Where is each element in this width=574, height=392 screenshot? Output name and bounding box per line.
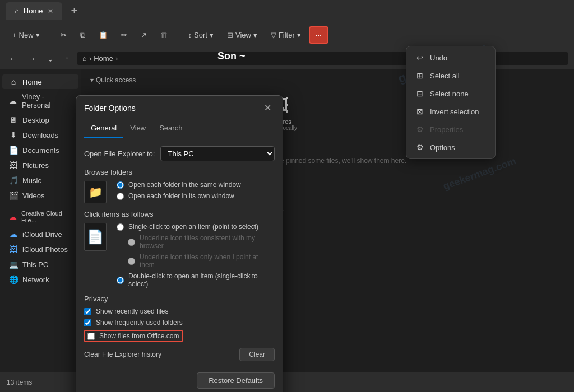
browse-same-radio[interactable] [117,181,124,189]
click-double-radio[interactable] [117,277,124,284]
privacy-office-files[interactable]: Show files from Office.com [87,332,179,340]
click-preview-icon: 📄 [87,229,104,245]
dialog-title-bar: Folder Options ✕ [76,96,283,119]
browse-folders-preview: 📁 [84,181,107,203]
dialog-title: Folder Options [84,104,136,113]
restore-row: Restore Defaults [76,369,283,392]
click-underline-point-radio [128,258,135,265]
dialog-body: Open File Explorer to: This PC Browse fo… [76,138,283,369]
open-explorer-select[interactable]: This PC [160,146,275,161]
privacy-frequent-folders[interactable]: Show frequently used folders [84,319,275,326]
privacy-title: Privacy [84,295,275,303]
click-single[interactable]: Single-click to open an item (point to s… [117,223,275,231]
restore-defaults-btn[interactable]: Restore Defaults [197,372,275,389]
frequent-folders-check[interactable] [84,319,91,326]
click-double[interactable]: Double-click to open an item (single-cli… [117,272,275,288]
office-files-check[interactable] [87,333,95,340]
tab-general[interactable]: General [84,119,123,138]
clear-history-row: Clear File Explorer history Clear [84,348,275,361]
click-underline-point: Underline icon titles only when I point … [117,253,275,269]
recent-files-check[interactable] [84,308,91,315]
privacy-office-highlight: Show files from Office.com [84,330,183,342]
click-single-radio[interactable] [117,223,124,231]
browse-radio-group: Open each folder in the same window Open… [112,181,241,203]
browse-own-radio[interactable] [117,193,124,200]
privacy-section: Privacy Show recently used files Show fr… [84,295,275,361]
tab-search[interactable]: Search [152,119,189,138]
browse-folders-section: 📁 Open each folder in the same window Op… [84,181,275,203]
browse-same-window[interactable]: Open each folder in the same window [117,181,241,189]
dialog-tabs: General View Search [76,119,283,138]
click-radio-group: Single-click to open an item (point to s… [112,223,275,288]
dialog-overlay: Folder Options ✕ General View Search Ope… [0,0,574,392]
click-items-section: 📄 Single-click to open an item (point to… [84,223,275,288]
click-items-preview: 📄 [84,223,107,251]
click-underline-browser: Underline icon titles consistent with my… [117,234,275,250]
folder-options-dialog: Folder Options ✕ General View Search Ope… [76,95,283,392]
browse-folders-title: Browse folders [84,168,275,176]
privacy-recent-files[interactable]: Show recently used files [84,307,275,315]
click-items-title: Click items as follows [84,210,275,218]
dialog-close-btn[interactable]: ✕ [261,101,275,114]
clear-history-btn[interactable]: Clear [239,348,275,361]
tab-view[interactable]: View [123,119,152,138]
folder-preview-icon: 📁 [89,185,103,199]
browse-own-window[interactable]: Open each folder in its own window [117,192,241,200]
click-underline-browser-radio [128,239,135,246]
open-explorer-row: Open File Explorer to: This PC [84,146,275,161]
